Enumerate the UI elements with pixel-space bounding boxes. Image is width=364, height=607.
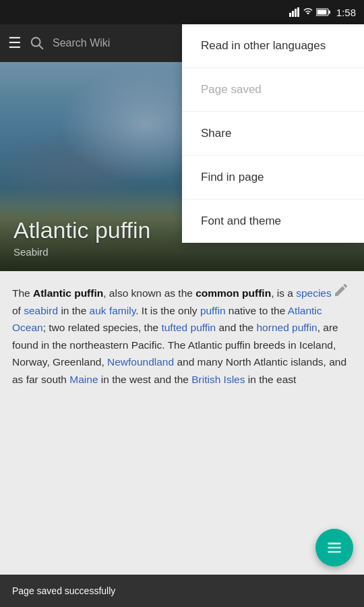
status-bar: 1:58 [0, 0, 364, 24]
snackbar-text: Page saved successfully [12, 585, 115, 596]
svg-rect-3 [297, 7, 299, 17]
wifi-icon [303, 8, 313, 16]
battery-icon [316, 8, 331, 16]
status-icons: 1:58 [289, 7, 356, 18]
status-time: 1:58 [336, 7, 356, 18]
menu-item-font-and-theme[interactable]: Font and theme [182, 200, 364, 243]
menu-item-page-saved: Page saved [182, 68, 364, 112]
dropdown-menu: Read in other languages Page saved Share… [182, 24, 364, 243]
menu-item-find-in-page[interactable]: Find in page [182, 156, 364, 200]
snackbar: Page saved successfully [0, 575, 364, 607]
svg-rect-0 [289, 13, 291, 17]
menu-item-read-other-languages[interactable]: Read in other languages [182, 24, 364, 68]
svg-rect-6 [317, 10, 326, 15]
svg-rect-5 [328, 11, 330, 14]
svg-rect-1 [292, 11, 294, 17]
signal-icon [289, 7, 300, 17]
menu-item-share[interactable]: Share [182, 112, 364, 156]
svg-rect-2 [295, 9, 297, 17]
